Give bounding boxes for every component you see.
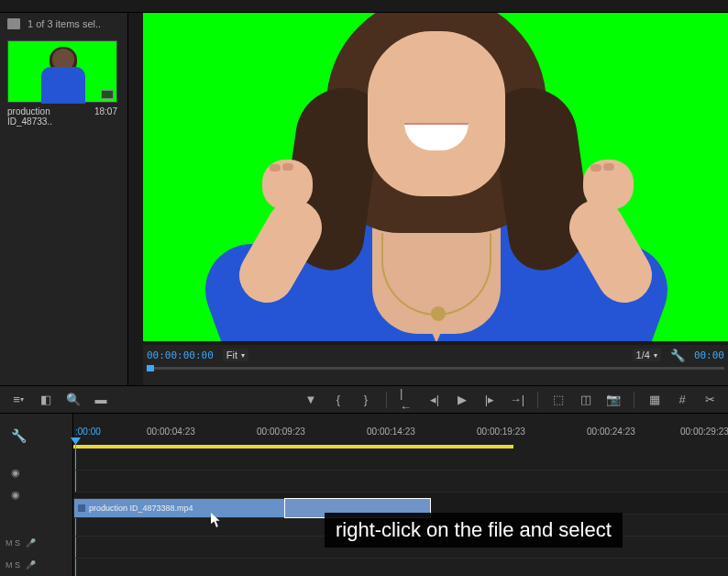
thumbnail-duration: 18:07	[94, 106, 117, 127]
project-thumbnail[interactable]: production ID_48733.. 18:07	[7, 40, 117, 127]
go-to-in-icon[interactable]: |←	[400, 393, 414, 407]
control-toolbar: ≡ ▾ ◧ 🔍 ▬ ▼ { } |← ◂| ▶ |▸ →| ⬚ ◫ 📷 ▦ # …	[0, 385, 728, 413]
clip-fx-icon	[78, 504, 85, 512]
lift-icon[interactable]: ⬚	[551, 393, 566, 407]
ruler-start-tc: :00:00	[75, 426, 101, 437]
step-back-icon[interactable]: ◂|	[427, 393, 442, 407]
mic-icon[interactable]: 🎤	[26, 538, 36, 548]
step-forward-icon[interactable]: |▸	[482, 393, 497, 407]
grid-icon[interactable]: #	[675, 393, 689, 407]
program-monitor[interactable]	[143, 13, 728, 341]
in-bracket-icon[interactable]: {	[331, 393, 346, 407]
instruction-caption: right-click on the file and select	[325, 513, 623, 548]
ruler-tick: 00:00:24:23	[587, 426, 635, 437]
resolution-select[interactable]: 1/4 ▾	[633, 349, 661, 361]
clip-type-icon	[101, 90, 114, 99]
timeline-panel: 🔧 ◉ ◉ M S🎤 M S🎤 :00:00 00:00:04:23 00:00…	[0, 413, 728, 576]
selection-count: 1 of 3 items sel..	[28, 18, 101, 29]
thumbnail-name: production ID_48733..	[7, 106, 94, 127]
toggle-track-output-icon[interactable]: ◉	[11, 467, 20, 479]
folder-icon	[7, 18, 20, 29]
assembly-icon[interactable]: ◧	[39, 393, 53, 407]
ruler-tick: 00:00:04:23	[147, 426, 195, 437]
export-frame-icon[interactable]: 📷	[606, 393, 621, 407]
ruler-tick: 00:00:09:23	[257, 426, 305, 437]
crop-icon[interactable]: ✂	[702, 393, 717, 407]
marker-icon[interactable]: ▼	[303, 393, 318, 407]
duration-timecode: 00:00	[694, 349, 724, 361]
bin-icon[interactable]: ▬	[94, 393, 108, 407]
audio-track-header-2[interactable]: M S🎤	[6, 560, 36, 570]
toggle-track-output-icon[interactable]: ◉	[11, 489, 20, 501]
top-menu-bar	[0, 0, 728, 13]
ruler-tick: 00:00:19:23	[477, 426, 525, 437]
program-monitor-panel: 00:00:00:00 Fit ▾ 1/4 ▾ 🔧 00:00	[128, 13, 728, 385]
clip-label: production ID_4873388.mp4	[89, 504, 193, 513]
thumbnail-image	[7, 40, 117, 103]
settings-wrench-icon[interactable]: 🔧	[670, 348, 685, 362]
zoom-fit-select[interactable]: Fit ▾	[223, 349, 248, 361]
timeline-ruler[interactable]: :00:00 00:00:04:23 00:00:09:23 00:00:14:…	[73, 426, 728, 445]
audio-track-header-1[interactable]: M S🎤	[6, 538, 36, 548]
monitor-scrubber[interactable]	[143, 365, 728, 385]
menu-icon[interactable]: ≡ ▾	[11, 393, 26, 407]
play-icon[interactable]: ▶	[455, 393, 469, 407]
search-icon[interactable]: 🔍	[66, 393, 81, 407]
ruler-tick: 00:00:29:23	[680, 426, 728, 437]
extract-icon[interactable]: ◫	[579, 393, 593, 407]
mic-icon[interactable]: 🎤	[26, 560, 36, 570]
timeline-tracks[interactable]: :00:00 00:00:04:23 00:00:09:23 00:00:14:…	[73, 414, 728, 576]
out-bracket-icon[interactable]: }	[358, 393, 373, 407]
current-timecode[interactable]: 00:00:00:00	[147, 349, 214, 361]
proxy-icon[interactable]: ▦	[647, 393, 662, 407]
scrub-playhead[interactable]	[147, 365, 154, 371]
ruler-tick: 00:00:14:23	[367, 426, 415, 437]
project-panel: 1 of 3 items sel.. production ID_48733..…	[0, 13, 128, 385]
timeline-settings-icon[interactable]: 🔧	[11, 428, 27, 443]
go-to-out-icon[interactable]: →|	[510, 393, 524, 407]
timeline-track-headers: 🔧 ◉ ◉ M S🎤 M S🎤	[0, 414, 73, 576]
